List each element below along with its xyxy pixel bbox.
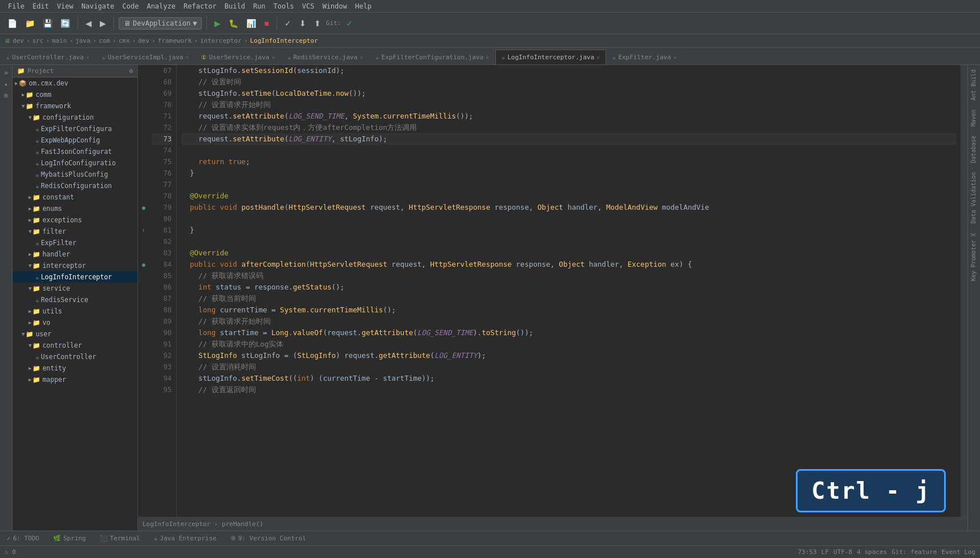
right-panel-database[interactable]: Database xyxy=(968,131,980,168)
btn-todo[interactable]: ✓ 6: TODO xyxy=(5,533,42,543)
tree-mybatisplus[interactable]: ☕ MybatisPlusConfig xyxy=(13,169,137,180)
right-panel-key-promoter[interactable]: Key Promoter X xyxy=(968,229,980,286)
btn-version-control[interactable]: ⑨ 9: Version Control xyxy=(228,533,308,543)
menu-edit[interactable]: Edit xyxy=(29,1,52,11)
tab-usercontroller[interactable]: ☕ UserController.java ✕ xyxy=(0,50,96,64)
tab-close-btn[interactable]: ✕ xyxy=(360,54,363,60)
gutter-79-run[interactable]: ● xyxy=(138,202,149,213)
tree-expfilterconfig[interactable]: ☕ ExpFilterConfigura xyxy=(13,123,137,135)
status-event-log[interactable]: Event Log xyxy=(941,548,975,556)
tree-comm[interactable]: ▶ 📁 comm xyxy=(13,89,137,100)
tab-close-btn[interactable]: ✕ xyxy=(185,54,189,60)
toolbar-sync[interactable]: 🔄 xyxy=(58,17,73,30)
menu-navigate[interactable]: Navigate xyxy=(78,1,118,11)
tree-user[interactable]: ▼ 📁 user xyxy=(13,328,137,340)
tree-vo[interactable]: ▶ 📁 vo xyxy=(13,317,137,328)
status-encoding[interactable]: UTF-8 xyxy=(833,548,852,556)
bc-cmx[interactable]: cmx xyxy=(119,37,130,44)
gutter-84-run[interactable]: ● xyxy=(138,259,149,270)
project-panel-toggle[interactable]: ≡ xyxy=(1,67,11,78)
toolbar-run-with-coverage[interactable]: 📊 xyxy=(243,17,259,30)
tree-loginfointerceptor[interactable]: ☕ LogInfoInterceptor xyxy=(13,271,137,283)
tree-expwebappconfig[interactable]: ☕ ExpWebAppConfig xyxy=(13,135,137,146)
bc-devpath[interactable]: dev xyxy=(138,37,149,44)
menu-build[interactable]: Build xyxy=(221,1,249,11)
btn-spring[interactable]: 🌿 Spring xyxy=(51,533,88,543)
tab-expfilter[interactable]: ☕ ExpFilter.java ✕ xyxy=(606,50,683,64)
project-panel-settings[interactable]: ⚙ xyxy=(129,67,133,75)
tab-userserviceimpl[interactable]: ☕ UserServiceImpl.java ✕ xyxy=(96,50,196,64)
menu-window[interactable]: Window xyxy=(319,1,350,11)
tree-mapper[interactable]: ▶ 📁 mapper xyxy=(13,374,137,385)
bc-interceptor[interactable]: interceptor xyxy=(200,37,242,44)
btn-terminal[interactable]: ⬛ Terminal xyxy=(97,533,143,543)
menu-refactor[interactable]: Refactor xyxy=(180,1,220,11)
menu-tools[interactable]: Tools xyxy=(270,1,298,11)
menu-file[interactable]: File xyxy=(5,1,28,11)
tab-close-btn[interactable]: ✕ xyxy=(596,54,600,60)
tree-controller[interactable]: ▼ 📁 controller xyxy=(13,340,137,351)
toolbar-save[interactable]: 💾 xyxy=(40,17,55,30)
menu-analyze[interactable]: Analyze xyxy=(143,1,179,11)
tree-handler[interactable]: ▶ 📁 handler xyxy=(13,249,137,260)
tree-expfilter[interactable]: ☕ ExpFilter xyxy=(13,237,137,249)
status-warnings[interactable]: ⚠ 0 xyxy=(5,548,16,556)
run-config-dropdown[interactable]: 🖥 DevApplication ▼ xyxy=(119,17,202,30)
bc-framework[interactable]: framework xyxy=(158,37,192,44)
tree-exceptions[interactable]: ▶ 📁 exceptions xyxy=(13,214,137,226)
menu-help[interactable]: Help xyxy=(352,1,375,11)
tab-close-btn[interactable]: ✕ xyxy=(271,54,275,60)
toolbar-debug[interactable]: 🐛 xyxy=(226,17,241,30)
right-panel-ant-build[interactable]: Ant Build xyxy=(968,65,980,105)
bc-main[interactable]: main xyxy=(52,37,67,44)
tree-redisservice[interactable]: ☕ RedisService xyxy=(13,294,137,306)
tab-expfilterconfig[interactable]: ☕ ExpFilterConfiguration.java ✕ xyxy=(369,50,495,64)
menu-vcs[interactable]: VCS xyxy=(299,1,318,11)
tree-framework[interactable]: ▼ 📁 framework xyxy=(13,100,137,112)
toolbar-back[interactable]: ◀ xyxy=(83,17,95,30)
right-panel-data-validation[interactable]: Data Validation xyxy=(968,168,980,228)
bc-dev[interactable]: dev xyxy=(13,37,24,44)
toolbar-git-update[interactable]: ⬇ xyxy=(296,17,309,30)
right-panel-maven[interactable]: Maven xyxy=(968,105,980,131)
menu-view[interactable]: View xyxy=(54,1,77,11)
code-content[interactable]: stLogInfo.setSessionId(sessionId); // 设置… xyxy=(177,65,961,517)
bookmark-btn[interactable]: ★ xyxy=(1,79,11,89)
toolbar-git-commit[interactable]: ✓ xyxy=(282,17,294,30)
status-position[interactable]: 73:53 xyxy=(798,548,816,556)
toolbar-forward[interactable]: ▶ xyxy=(97,17,109,30)
code-editor[interactable]: ● ↑ ● 67 68 xyxy=(138,65,967,517)
tree-utils[interactable]: ▶ 📁 utils xyxy=(13,306,137,317)
bc-java[interactable]: java xyxy=(75,37,91,44)
tab-redisservice[interactable]: ☕ RedisService.java ✕ xyxy=(281,50,369,64)
status-indent[interactable]: 4 spaces xyxy=(857,548,887,556)
menu-code[interactable]: Code xyxy=(119,1,143,11)
toolbar-git-check[interactable]: ✓ xyxy=(343,17,356,30)
tree-service[interactable]: ▼ 📁 service xyxy=(13,283,137,294)
menu-run[interactable]: Run xyxy=(250,1,269,11)
toolbar-stop[interactable]: ■ xyxy=(261,17,271,30)
structure-btn[interactable]: ⊞ xyxy=(1,90,11,100)
tab-close-btn[interactable]: ✕ xyxy=(673,54,677,60)
toolbar-open[interactable]: 📁 xyxy=(22,17,38,30)
toolbar-run[interactable]: ▶ xyxy=(212,17,223,30)
bc-src[interactable]: src xyxy=(32,37,44,44)
bc-class[interactable]: LogInfoInterceptor xyxy=(250,37,318,44)
tree-interceptor[interactable]: ▼ 📁 interceptor xyxy=(13,260,137,271)
tree-configuration[interactable]: ▼ 📁 configuration xyxy=(13,112,137,123)
tree-usercontroller[interactable]: ☕ UserController xyxy=(13,351,137,363)
tab-userservice[interactable]: ① UserService.java ✕ xyxy=(195,50,281,64)
bc-com[interactable]: com xyxy=(99,37,110,44)
btn-java-enterprise[interactable]: ☕ Java Enterprise xyxy=(152,533,219,543)
status-lf[interactable]: LF xyxy=(822,548,829,556)
tree-loginfoconfiguration[interactable]: ☕ LogInfoConfiguratio xyxy=(13,157,137,169)
tree-enums[interactable]: ▶ 📁 enums xyxy=(13,203,137,214)
tree-om-cmx-dev[interactable]: ▶ 📦 om.cmx.dev xyxy=(13,78,137,89)
tree-redisconfig[interactable]: ☕ RedisConfiguration xyxy=(13,180,137,192)
tree-constant[interactable]: ▶ 📁 constant xyxy=(13,192,137,203)
tab-close-btn[interactable]: ✕ xyxy=(86,54,90,60)
status-git[interactable]: Git: feature xyxy=(892,548,937,556)
toolbar-new-file[interactable]: 📄 xyxy=(5,17,20,30)
tab-close-btn[interactable]: ✕ xyxy=(486,54,489,60)
tree-fastjsonconfig[interactable]: ☕ FastJsonConfigurat xyxy=(13,146,137,157)
